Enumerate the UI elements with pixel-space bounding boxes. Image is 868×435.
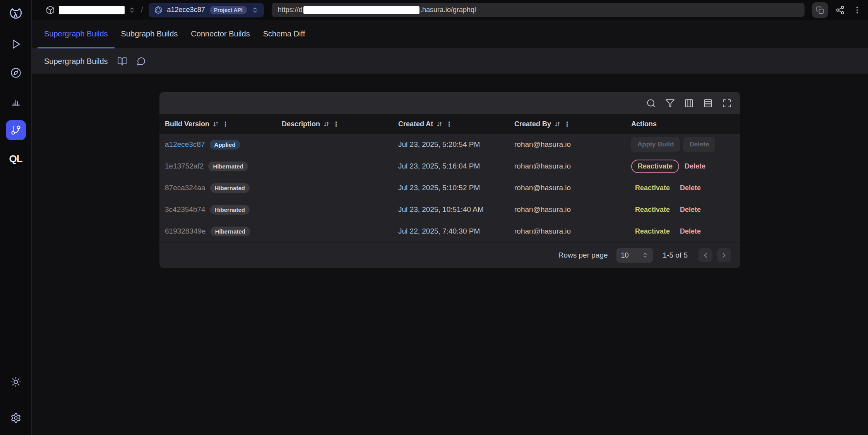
status-badge-hibernated: Hibernated <box>208 162 248 171</box>
column-header-description: Description ⋮ <box>282 120 398 128</box>
reactivate-button[interactable]: Reactivate <box>635 206 670 214</box>
chevron-right-icon <box>720 251 728 259</box>
sidebar-item-explorer[interactable] <box>6 63 26 83</box>
more-menu-button[interactable] <box>853 5 862 15</box>
status-badge-applied: Applied <box>210 140 240 150</box>
redacted-url-segment <box>303 6 419 14</box>
fullscreen-button[interactable] <box>722 98 732 108</box>
columns-icon <box>684 98 694 108</box>
tab-connector-builds[interactable]: Connector Builds <box>184 20 256 48</box>
build-version-link[interactable]: 1e13752af2 <box>165 162 204 170</box>
sort-icon[interactable] <box>324 121 329 127</box>
docs-button[interactable] <box>117 57 127 66</box>
delete-build-button[interactable]: Delete <box>680 227 701 236</box>
chevrons-up-down-icon <box>252 7 259 14</box>
copy-url-button[interactable] <box>812 2 828 18</box>
redacted-project-name <box>59 6 125 14</box>
share-icon <box>835 5 845 15</box>
tab-subgraph-builds[interactable]: Subgraph Builds <box>115 20 185 48</box>
breadcrumb-separator: / <box>141 5 143 14</box>
table-pagination: Rows per page 10 1-5 of 5 <box>159 242 740 268</box>
sort-icon[interactable] <box>555 121 560 127</box>
delete-build-button[interactable]: Delete <box>683 137 715 152</box>
search-button[interactable] <box>646 98 656 108</box>
sidebar-item-insights[interactable] <box>6 91 26 112</box>
sort-icon[interactable] <box>437 121 442 127</box>
reactivate-button[interactable]: Reactivate <box>635 227 670 236</box>
chevrons-up-down-icon <box>128 7 135 14</box>
filter-icon <box>665 98 675 108</box>
apply-build-button[interactable]: Apply Build <box>631 137 680 152</box>
kebab-menu-icon <box>853 5 862 15</box>
rows-per-page-select[interactable]: 10 <box>616 248 653 263</box>
tab-supergraph-builds[interactable]: Supergraph Builds <box>38 20 115 48</box>
sidebar-item-builds[interactable] <box>6 120 26 140</box>
column-menu-icon[interactable]: ⋮ <box>333 120 339 128</box>
rows-per-page-value: 10 <box>621 251 629 260</box>
sidebar: QL <box>0 0 32 435</box>
sidebar-item-promptql[interactable]: QL <box>6 149 26 169</box>
tab-schema-diff[interactable]: Schema Diff <box>257 20 312 48</box>
created-at-cell: Jul 23, 2025, 5:20:54 PM <box>398 140 514 149</box>
url-prefix: https://d <box>278 6 303 14</box>
sidebar-divider <box>7 400 24 400</box>
build-version-link[interactable]: 619328349e <box>165 227 206 236</box>
maximize-icon <box>722 98 732 108</box>
theme-toggle[interactable] <box>6 372 26 392</box>
pager-buttons <box>699 248 731 262</box>
table-row: 3c42354b74 Hibernated Jul 23, 2025, 10:5… <box>159 199 740 220</box>
build-version-link[interactable]: 87eca324aa <box>165 184 205 192</box>
created-at-cell: Jul 22, 2025, 7:40:30 PM <box>398 227 514 236</box>
column-menu-icon[interactable]: ⋮ <box>446 120 452 128</box>
copy-icon <box>816 6 824 14</box>
reactivate-button[interactable]: Reactivate <box>635 184 670 192</box>
previous-page-button[interactable] <box>699 248 712 262</box>
sidebar-nav: QL <box>6 34 26 169</box>
delete-build-button[interactable]: Delete <box>680 206 701 214</box>
table-row: 619328349e Hibernated Jul 22, 2025, 7:40… <box>159 220 740 242</box>
column-header-created-by: Created By ⋮ <box>514 120 631 128</box>
table-toolbar <box>159 92 740 114</box>
sort-icon[interactable] <box>213 121 219 127</box>
columns-button[interactable] <box>684 98 694 108</box>
created-by-cell: rohan@hasura.io <box>514 184 631 192</box>
message-circle-icon <box>136 57 146 66</box>
column-header-build-version: Build Version ⋮ <box>165 120 282 128</box>
settings-button[interactable] <box>6 408 26 428</box>
main-area: / a12ece3c87 Project API https://d .hasu… <box>32 0 868 435</box>
chevron-left-icon <box>702 251 709 259</box>
cube-icon <box>46 5 55 15</box>
column-menu-icon[interactable]: ⋮ <box>222 120 229 128</box>
chevrons-up-down-icon <box>642 252 648 258</box>
rows-per-page-label: Rows per page <box>558 251 608 260</box>
created-by-cell: rohan@hasura.io <box>514 227 631 236</box>
graphql-endpoint-url[interactable]: https://d .hasura.io/graphql <box>272 3 805 17</box>
hasura-ddn-logo-icon[interactable] <box>6 4 26 24</box>
compass-icon <box>10 67 21 78</box>
delete-build-button[interactable]: Delete <box>685 162 705 170</box>
created-at-cell: Jul 23, 2025, 5:16:04 PM <box>398 162 514 170</box>
column-menu-icon[interactable]: ⋮ <box>564 120 570 128</box>
column-header-actions: Actions <box>631 120 735 128</box>
app-root: QL / a12ece3c87 Project <box>0 0 868 435</box>
created-by-cell: rohan@hasura.io <box>514 162 631 170</box>
git-branch-icon <box>10 125 21 136</box>
share-button[interactable] <box>835 5 845 15</box>
created-at-cell: Jul 23, 2025, 5:10:52 PM <box>398 184 514 192</box>
search-icon <box>646 98 656 108</box>
build-id-label: a12ece3c87 <box>167 6 205 14</box>
reactivate-button[interactable]: Reactivate <box>631 160 679 173</box>
page-title: Supergraph Builds <box>38 57 108 66</box>
build-version-link[interactable]: a12ece3c87 <box>165 140 205 149</box>
sidebar-item-playground[interactable] <box>6 34 26 54</box>
environment-selector[interactable]: a12ece3c87 Project API <box>149 3 264 17</box>
project-selector[interactable] <box>46 5 135 15</box>
gear-icon <box>10 413 21 423</box>
row-density-button[interactable] <box>703 98 713 108</box>
filter-button[interactable] <box>665 98 675 108</box>
build-version-link[interactable]: 3c42354b74 <box>165 205 205 214</box>
created-at-cell: Jul 23, 2025, 10:51:40 AM <box>398 205 514 214</box>
feedback-button[interactable] <box>136 57 146 66</box>
delete-build-button[interactable]: Delete <box>680 184 701 192</box>
next-page-button[interactable] <box>717 248 731 262</box>
